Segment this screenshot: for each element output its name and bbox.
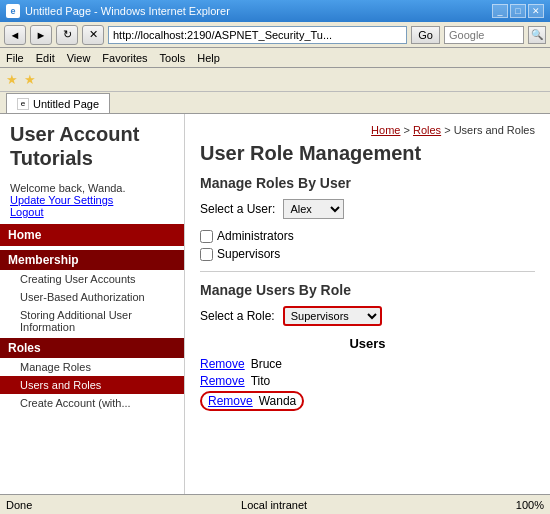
title-bar: e Untitled Page - Windows Internet Explo… bbox=[0, 0, 550, 22]
menu-edit[interactable]: Edit bbox=[36, 52, 55, 64]
logout-link[interactable]: Logout bbox=[10, 206, 44, 218]
minimize-button[interactable]: _ bbox=[492, 4, 508, 18]
menu-view[interactable]: View bbox=[67, 52, 91, 64]
checkbox-supervisors[interactable] bbox=[200, 248, 213, 261]
add-favorites-star: ★ bbox=[24, 72, 36, 87]
remove-tito-link[interactable]: Remove bbox=[200, 374, 245, 388]
update-settings-link[interactable]: Update Your Settings bbox=[10, 194, 113, 206]
menu-help[interactable]: Help bbox=[197, 52, 220, 64]
role-select[interactable]: Administrators Supervisors bbox=[283, 306, 382, 326]
page-content: User Account Tutorials Welcome back, Wan… bbox=[0, 114, 550, 494]
menu-favorites[interactable]: Favorites bbox=[102, 52, 147, 64]
breadcrumb-roles[interactable]: Roles bbox=[413, 124, 441, 136]
sidebar-item-manage-roles[interactable]: Manage Roles bbox=[0, 358, 184, 376]
sidebar-title: User Account Tutorials bbox=[0, 122, 184, 178]
breadcrumb: Home > Roles > Users and Roles bbox=[200, 124, 535, 136]
favorites-star: ★ bbox=[6, 72, 18, 87]
tab-bar: e Untitled Page bbox=[0, 92, 550, 114]
sidebar-item-users-and-roles[interactable]: Users and Roles bbox=[0, 376, 184, 394]
manage-by-user-heading: Manage Roles By User bbox=[200, 175, 535, 191]
user-row-bruce: Remove Bruce bbox=[200, 357, 535, 371]
sidebar-item-creating-user-accounts[interactable]: Creating User Accounts bbox=[0, 270, 184, 288]
user-name-wanda: Wanda bbox=[259, 394, 297, 408]
forward-button[interactable]: ► bbox=[30, 25, 52, 45]
breadcrumb-home[interactable]: Home bbox=[371, 124, 400, 136]
active-tab[interactable]: e Untitled Page bbox=[6, 93, 110, 113]
tab-icon: e bbox=[17, 98, 29, 110]
status-text: Done bbox=[6, 499, 32, 511]
menu-file[interactable]: File bbox=[6, 52, 24, 64]
sidebar-item-user-based-authorization[interactable]: User-Based Authorization bbox=[0, 288, 184, 306]
window-controls[interactable]: _ □ ✕ bbox=[492, 4, 544, 18]
breadcrumb-current: Users and Roles bbox=[454, 124, 535, 136]
browser-icon: e bbox=[6, 4, 20, 18]
tab-label: Untitled Page bbox=[33, 98, 99, 110]
sidebar-membership-label: Membership bbox=[0, 250, 184, 270]
go-button[interactable]: Go bbox=[411, 26, 440, 44]
menu-bar: File Edit View Favorites Tools Help bbox=[0, 48, 550, 68]
status-bar: Done Local intranet 100% bbox=[0, 494, 550, 514]
manage-by-role-section: Manage Users By Role Select a Role: Admi… bbox=[200, 282, 535, 326]
sidebar-item-create-account[interactable]: Create Account (with... bbox=[0, 394, 184, 412]
favorites-bar: ★ ★ bbox=[0, 68, 550, 92]
back-button[interactable]: ◄ bbox=[4, 25, 26, 45]
close-button[interactable]: ✕ bbox=[528, 4, 544, 18]
zoom-level: 100% bbox=[516, 499, 544, 511]
sidebar-item-storing-additional[interactable]: Storing Additional User Information bbox=[0, 306, 184, 336]
select-user-label: Select a User: bbox=[200, 202, 275, 216]
divider bbox=[200, 271, 535, 272]
refresh-button[interactable]: ↻ bbox=[56, 25, 78, 45]
users-heading: Users bbox=[200, 336, 535, 351]
remove-wanda-link[interactable]: Remove bbox=[208, 394, 253, 408]
remove-bruce-link[interactable]: Remove bbox=[200, 357, 245, 371]
menu-tools[interactable]: Tools bbox=[160, 52, 186, 64]
window-title: Untitled Page - Windows Internet Explore… bbox=[25, 5, 230, 17]
sidebar-roles-label: Roles bbox=[0, 338, 184, 358]
checkbox-administrators[interactable] bbox=[200, 230, 213, 243]
checkbox-administrators-row: Administrators bbox=[200, 229, 535, 243]
page-title: User Role Management bbox=[200, 142, 535, 165]
user-select-row: Select a User: Alex Bruce Tito Wanda bbox=[200, 199, 535, 219]
sidebar-home[interactable]: Home bbox=[0, 224, 184, 246]
users-section: Users Remove Bruce Remove Tito Remove Wa… bbox=[200, 336, 535, 411]
zone-label: Local intranet bbox=[241, 499, 307, 511]
search-input[interactable] bbox=[444, 26, 524, 44]
role-select-row: Select a Role: Administrators Supervisor… bbox=[200, 306, 535, 326]
user-row-wanda: Remove Wanda bbox=[200, 391, 304, 411]
checkbox-supervisors-label: Supervisors bbox=[217, 247, 280, 261]
user-row-tito: Remove Tito bbox=[200, 374, 535, 388]
main-content: Home > Roles > Users and Roles User Role… bbox=[185, 114, 550, 494]
maximize-button[interactable]: □ bbox=[510, 4, 526, 18]
sidebar-welcome: Welcome back, Wanda. Update Your Setting… bbox=[0, 178, 184, 222]
manage-by-role-heading: Manage Users By Role bbox=[200, 282, 535, 298]
checkbox-supervisors-row: Supervisors bbox=[200, 247, 535, 261]
user-name-bruce: Bruce bbox=[251, 357, 282, 371]
search-button[interactable]: 🔍 bbox=[528, 26, 546, 44]
select-role-label: Select a Role: bbox=[200, 309, 275, 323]
checkbox-administrators-label: Administrators bbox=[217, 229, 294, 243]
stop-button[interactable]: ✕ bbox=[82, 25, 104, 45]
user-select[interactable]: Alex Bruce Tito Wanda bbox=[283, 199, 344, 219]
address-input[interactable] bbox=[108, 26, 407, 44]
user-name-tito: Tito bbox=[251, 374, 271, 388]
sidebar: User Account Tutorials Welcome back, Wan… bbox=[0, 114, 185, 494]
address-bar: ◄ ► ↻ ✕ Go 🔍 bbox=[0, 22, 550, 48]
